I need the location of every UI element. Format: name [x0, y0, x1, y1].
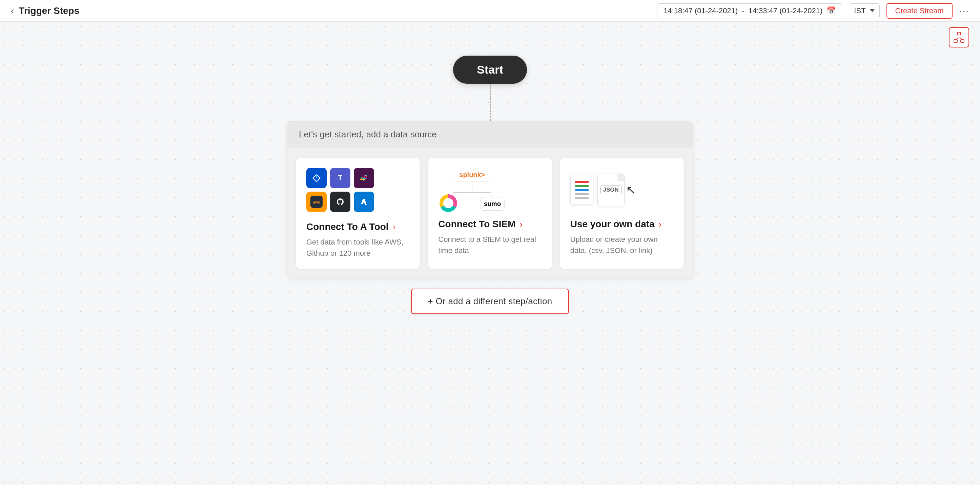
tool-card-title-row: Connect To A Tool ›	[306, 222, 410, 232]
datetime-range[interactable]: 14:18:47 (01-24-2021) - 14:33:47 (01-24-…	[657, 3, 842, 18]
datasource-panel: Let's get started, add a data source T	[287, 121, 693, 278]
svg-line-5	[959, 38, 963, 40]
svg-line-4	[956, 38, 959, 40]
svg-rect-10	[364, 175, 365, 178]
timezone-label: IST	[854, 6, 865, 15]
more-options-button[interactable]: ···	[959, 5, 969, 16]
chevron-down-icon	[870, 9, 875, 12]
diagram-icon-button[interactable]	[949, 27, 969, 48]
tool-card-title: Connect To A Tool	[306, 222, 389, 232]
flow-content: Start Let's get started, add a data sour…	[287, 56, 693, 314]
back-button[interactable]: ‹ Trigger Steps	[11, 5, 79, 16]
own-data-card[interactable]: JSON ↖ Use your own data › Upload or cre…	[560, 158, 684, 269]
svg-rect-2	[961, 40, 964, 42]
github-icon	[330, 191, 350, 212]
json-doc-icon: JSON	[597, 174, 625, 206]
datasource-cards: T aws	[287, 148, 693, 278]
svg-rect-14	[360, 179, 363, 180]
splunk-logo: splunk>	[453, 168, 492, 182]
siem-card-arrow: ›	[519, 219, 523, 230]
teams-icon: T	[330, 168, 350, 188]
elastic-logo	[439, 194, 457, 212]
tool-card-desc: Get data from tools like AWS, Github or …	[306, 236, 410, 259]
create-stream-button[interactable]: Create Stream	[886, 3, 953, 19]
svg-text:aws: aws	[313, 200, 320, 204]
add-step-button[interactable]: + Or add a different step/action	[411, 289, 569, 314]
datetime-start: 14:18:47 (01-24-2021)	[663, 6, 738, 15]
owndata-icons-area: JSON ↖	[570, 168, 674, 212]
tool-icons-grid: T aws	[306, 168, 374, 212]
flow-connector	[490, 84, 491, 121]
svg-rect-15	[363, 179, 365, 180]
back-icon: ‹	[11, 5, 14, 16]
siem-card-title: Connect To SIEM	[438, 219, 515, 230]
siem-icons-area: splunk>	[438, 168, 506, 212]
slack-icon	[354, 168, 374, 188]
svg-rect-1	[954, 40, 957, 42]
start-node: Start	[453, 56, 527, 84]
datetime-separator: -	[742, 6, 744, 15]
connect-siem-card[interactable]: splunk>	[428, 158, 552, 269]
azure-icon	[354, 191, 374, 212]
json-label: JSON	[600, 185, 622, 194]
owndata-card-arrow: ›	[659, 219, 662, 230]
owndata-card-title-row: Use your own data ›	[570, 219, 674, 230]
header-right: 14:18:47 (01-24-2021) - 14:33:47 (01-24-…	[657, 3, 969, 19]
siem-card-title-row: Connect To SIEM ›	[438, 219, 541, 230]
diagram-icon	[953, 32, 965, 43]
cursor-icon: ↖	[626, 183, 636, 197]
svg-rect-16	[363, 178, 366, 179]
header: ‹ Trigger Steps 14:18:47 (01-24-2021) - …	[0, 0, 980, 22]
jira-icon	[306, 168, 327, 188]
svg-rect-20	[334, 196, 346, 208]
bottom-action-area: + Or add a different step/action	[411, 289, 569, 314]
timezone-selector[interactable]: IST	[849, 3, 879, 18]
connect-tool-card[interactable]: T aws	[296, 158, 420, 269]
tool-card-arrow: ›	[393, 222, 396, 232]
svg-rect-17	[365, 175, 367, 176]
page-title: Trigger Steps	[19, 5, 79, 16]
svg-text:T: T	[338, 174, 342, 182]
flow-canvas: Start Let's get started, add a data sour…	[0, 22, 980, 485]
owndata-card-title: Use your own data	[570, 219, 655, 230]
siem-card-desc: Connect to a SIEM to get real time data	[438, 234, 541, 256]
datetime-end: 14:33:47 (01-24-2021)	[748, 6, 822, 15]
aws-icon: aws	[306, 191, 327, 212]
datasource-header: Let's get started, add a data source	[287, 121, 693, 148]
sumo-logo: sumo	[480, 197, 505, 211]
svg-rect-0	[957, 32, 961, 35]
owndata-card-desc: Upload or create your own data. (csv, JS…	[570, 234, 674, 256]
svg-rect-13	[361, 177, 363, 179]
csv-doc-icon	[570, 175, 593, 205]
calendar-icon: 📅	[826, 6, 836, 15]
